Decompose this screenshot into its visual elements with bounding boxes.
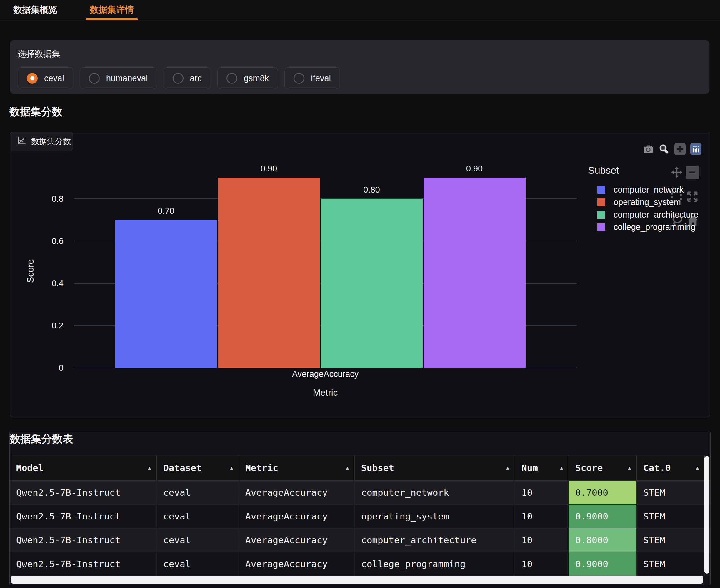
cell-metric: AverageAccuracy [239,552,355,576]
radio-circle-icon [173,73,184,84]
radio-circle-icon [89,73,100,84]
radio-option-arc[interactable]: arc [164,67,211,89]
column-header-label: Dataset [163,462,202,473]
column-header-label: Num [521,462,538,473]
sort-ascending-icon[interactable]: ▲ [230,464,233,471]
cell-score: 0.7000 [569,481,637,504]
legend-label: computer_architecture [614,210,699,219]
reset-home-icon[interactable] [686,214,700,229]
tab-dataset-overview[interactable]: 数据集概览 [13,0,57,20]
scatter-chart-icon [17,135,27,148]
y-tick-label: 0 [37,362,64,373]
cell-cat: STEM [637,504,705,528]
panel-grid-icon[interactable] [690,144,701,155]
column-header-metric[interactable]: Metric▲ [239,455,355,480]
cell-subset: computer_network [355,481,515,504]
dataset-selector-label: 选择数据集 [18,48,702,60]
box-select-icon[interactable] [670,190,683,204]
table-row: Qwen2.5-7B-InstructcevalAverageAccuracyc… [10,481,710,504]
cell-metric: AverageAccuracy [239,481,355,504]
cell-score: 0.9000 [569,504,637,528]
radio-option-gsm8k[interactable]: gsm8k [217,67,278,89]
column-header-label: Score [575,462,603,473]
radio-option-label: ifeval [311,74,331,83]
sort-ascending-icon[interactable]: ▲ [560,464,563,471]
pan-icon[interactable] [670,165,684,181]
chart-panel-tab[interactable]: 数据集分数 [10,132,73,151]
column-header-subset[interactable]: Subset▲ [355,455,515,480]
bar-value-label: 0.80 [321,185,423,195]
cell-dataset: ceval [157,528,239,552]
sort-ascending-icon[interactable]: ▲ [628,464,631,471]
cell-model: Qwen2.5-7B-Instruct [10,504,157,528]
cell-model: Qwen2.5-7B-Instruct [10,528,157,552]
column-header-label: Metric [245,462,278,473]
cell-num: 10 [515,528,569,552]
radio-option-ceval[interactable]: ceval [18,67,73,89]
y-tick-label: 0.2 [37,320,64,331]
score-value: 0.9000 [569,504,636,528]
x-axis-title: Metric [74,387,577,398]
chart-section-title: 数据集分数 [9,105,62,119]
column-header-score[interactable]: Score▲ [569,455,637,480]
column-header-model[interactable]: Model▲ [10,455,157,480]
cell-num: 10 [515,504,569,528]
x-axis-tick-label: AverageAccuracy [74,369,577,379]
cell-subset: operating_system [355,504,515,528]
legend-swatch [597,211,605,219]
sort-ascending-icon[interactable]: ▲ [346,464,349,471]
sort-ascending-icon[interactable]: ▲ [148,464,151,471]
radio-option-label: arc [190,74,202,83]
vertical-scrollbar[interactable] [704,456,709,573]
score-value: 0.8000 [569,528,636,552]
cell-cat: STEM [637,481,705,504]
radio-option-humaneval[interactable]: humaneval [80,67,157,89]
radio-circle-icon [226,73,238,84]
lasso-icon[interactable] [670,213,684,228]
table-body: Qwen2.5-7B-InstructcevalAverageAccuracyc… [10,481,710,576]
bar-computer_architecture[interactable] [321,199,423,368]
zoom-out-icon[interactable] [685,166,699,179]
bar-operating_system[interactable] [218,177,320,368]
chart-panel-tab-label: 数据集分数 [31,136,71,147]
bar-computer_network[interactable] [115,220,217,368]
y-axis-title: Score [25,259,36,283]
zoom-icon[interactable] [659,144,670,155]
legend-item-operating_system[interactable]: operating_system [597,197,681,208]
legend-title: Subset [588,165,619,176]
table-row: Qwen2.5-7B-InstructcevalAverageAccuracyc… [10,528,710,552]
y-tick-label: 0.4 [37,278,64,289]
cell-cat: STEM [637,552,705,576]
bar-value-label: 0.90 [424,164,526,173]
radio-circle-icon [27,73,38,84]
cell-cat: STEM [637,528,705,552]
horizontal-scrollbar[interactable] [11,576,703,584]
column-header-cat0[interactable]: Cat.0▲ [637,455,705,480]
cell-model: Qwen2.5-7B-Instruct [10,552,157,576]
camera-icon[interactable] [643,144,654,155]
cell-model: Qwen2.5-7B-Instruct [10,481,157,504]
sort-ascending-icon[interactable]: ▲ [696,464,699,471]
plot-toolbar [643,144,701,155]
radio-option-label: gsm8k [244,74,269,83]
cell-num: 10 [515,552,569,576]
cell-num: 10 [515,481,569,504]
table-header-row: Model▲Dataset▲Metric▲Subset▲Num▲Score▲Ca… [10,455,710,481]
column-header-label: Model [16,462,43,473]
dataset-radio-group: cevalhumanevalarcgsm8kifeval [18,67,702,89]
bar-college_programming[interactable] [424,177,526,368]
column-header-num[interactable]: Num▲ [515,455,569,480]
add-icon[interactable] [674,144,685,155]
cell-metric: AverageAccuracy [239,528,355,552]
autoscale-icon[interactable] [685,190,699,205]
column-header-dataset[interactable]: Dataset▲ [157,455,239,480]
chart-panel: 数据集分数 [10,132,710,417]
tab-dataset-details[interactable]: 数据集详情 [90,0,134,20]
radio-option-ifeval[interactable]: ifeval [284,67,340,89]
table-row: Qwen2.5-7B-InstructcevalAverageAccuracyc… [10,552,710,576]
legend-swatch [597,223,605,231]
legend-swatch [597,198,605,206]
sort-ascending-icon[interactable]: ▲ [506,464,509,471]
bar-value-label: 0.70 [115,206,217,216]
cell-subset: computer_architecture [355,528,515,552]
